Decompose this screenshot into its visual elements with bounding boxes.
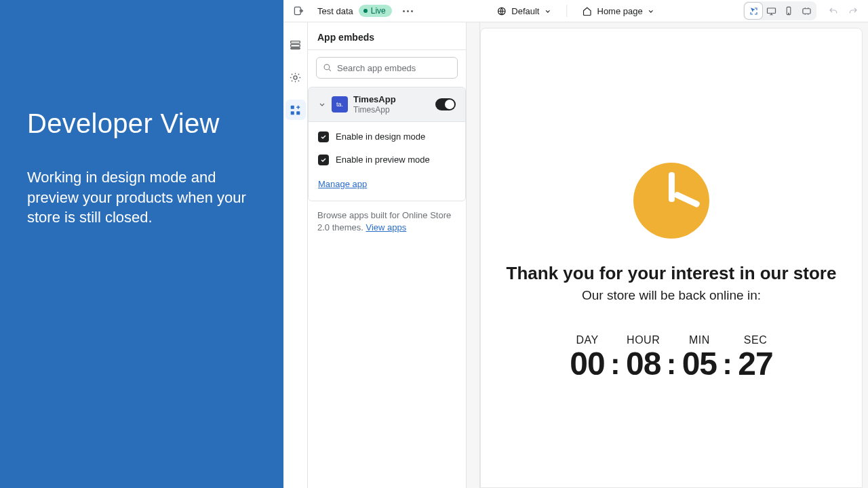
svg-rect-5 (802, 8, 810, 14)
panel-title: App embeds (308, 22, 466, 50)
svg-rect-2 (767, 8, 775, 14)
promo-subtitle: Working in design mode and preview your … (27, 167, 256, 228)
promo-panel: Developer View Working in design mode an… (0, 0, 283, 488)
enable-design-checkbox[interactable]: Enable in design mode (318, 131, 456, 142)
page-selector[interactable]: Home page (582, 6, 654, 16)
store-subheading: Our store will be back online in: (582, 288, 761, 303)
promo-title: Developer View (27, 108, 256, 139)
app-subtitle: TimesApp (353, 105, 396, 115)
chevron-down-icon[interactable] (318, 100, 326, 108)
mobile-mode-icon[interactable] (780, 3, 797, 19)
svg-point-4 (788, 13, 789, 14)
svg-rect-8 (291, 47, 300, 49)
hour-label: HOUR (627, 334, 660, 346)
test-data-label: Test data (317, 6, 353, 16)
undo-icon[interactable] (823, 1, 842, 20)
app-embeds-panel: App embeds ta. TimesApp (308, 22, 467, 488)
more-icon[interactable] (397, 1, 416, 20)
sec-label: SEC (744, 334, 767, 346)
svg-rect-6 (291, 41, 300, 43)
svg-rect-12 (296, 111, 300, 115)
svg-point-9 (294, 75, 297, 79)
redo-icon[interactable] (844, 1, 863, 20)
clock-icon (633, 163, 709, 239)
sec-value: 27 (738, 348, 772, 380)
search-input[interactable] (316, 57, 458, 79)
app-title: TimesApp (353, 94, 396, 105)
default-selector[interactable]: Default (496, 6, 551, 16)
manage-app-link[interactable]: Manage app (318, 179, 367, 189)
device-mode-group (743, 1, 816, 20)
browse-text: Browse apps built for Online Store 2.0 t… (316, 201, 458, 234)
inspector-mode-icon[interactable] (745, 3, 762, 19)
sections-icon[interactable] (285, 35, 306, 55)
search-icon (323, 63, 332, 73)
countdown-timer: DAY00 : HOUR08 : MIN05 : SEC27 (566, 334, 777, 380)
exit-icon[interactable] (289, 1, 308, 20)
desktop-mode-icon[interactable] (762, 3, 780, 19)
min-value: 05 (682, 348, 717, 380)
settings-icon[interactable] (285, 67, 306, 87)
svg-rect-11 (291, 111, 294, 115)
day-value: 00 (570, 348, 604, 380)
separator (566, 5, 567, 17)
editor-app: Test data Live Default Home page (283, 0, 868, 488)
app-enable-toggle[interactable] (435, 98, 456, 110)
svg-point-13 (324, 64, 330, 70)
fullscreen-mode-icon[interactable] (797, 3, 815, 19)
preview-frame: Thank you for your interest in our store… (480, 28, 863, 488)
store-heading: Thank you for your interest in our store (507, 263, 837, 284)
svg-rect-10 (291, 105, 294, 108)
live-badge: Live (359, 5, 392, 17)
svg-rect-7 (291, 44, 300, 46)
app-card: ta. TimesApp TimesApp Enable in design m… (308, 87, 466, 201)
gutter (467, 22, 480, 488)
min-label: MIN (689, 334, 710, 346)
app-icon: ta. (332, 96, 348, 113)
hour-value: 08 (626, 348, 660, 380)
day-label: DAY (576, 334, 598, 346)
chevron-down-icon (544, 7, 551, 15)
view-apps-link[interactable]: View apps (366, 222, 407, 232)
chevron-down-icon (648, 7, 655, 15)
enable-preview-checkbox[interactable]: Enable in preview mode (318, 155, 456, 165)
topbar: Test data Live Default Home page (283, 0, 868, 22)
sidebar-rail (283, 22, 308, 488)
app-embeds-icon[interactable] (285, 100, 306, 120)
